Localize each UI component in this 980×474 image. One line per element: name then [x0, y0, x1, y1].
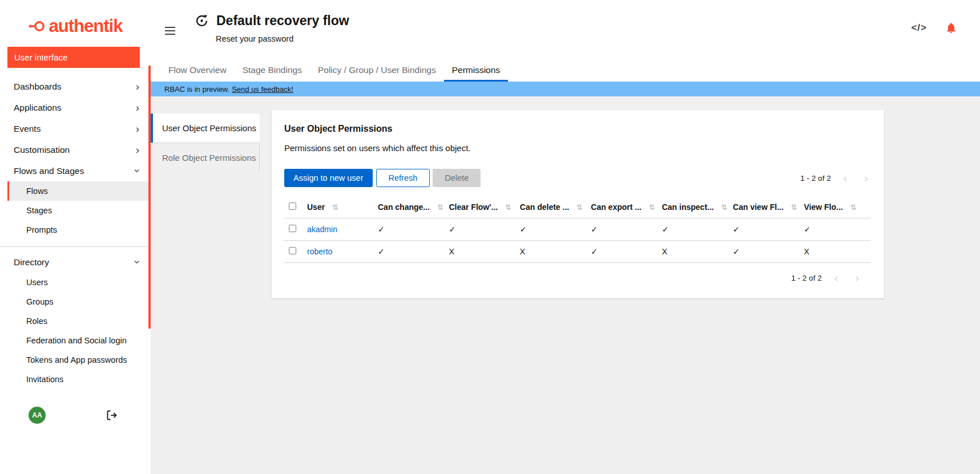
row-checkbox[interactable]	[289, 247, 296, 254]
permission-cell: ✓	[800, 218, 870, 241]
select-all-cell	[284, 196, 303, 218]
column-label: Clear Flow'...	[449, 202, 498, 212]
tab-flow-overview[interactable]: Flow Overview	[160, 59, 235, 82]
api-code-icon[interactable]: </>	[911, 22, 927, 34]
delete-button[interactable]: Delete	[433, 169, 481, 187]
sidebar-item-label: Federation and Social login	[26, 336, 127, 345]
user-link[interactable]: roberto	[307, 247, 332, 256]
sort-icon: ⇅	[332, 203, 338, 212]
column-header-view-flow[interactable]: View Flo... ⇅	[800, 196, 870, 218]
column-label: Can inspect...	[662, 202, 714, 212]
sort-icon: ⇅	[850, 203, 857, 212]
tab-stage-bindings[interactable]: Stage Bindings	[235, 59, 310, 82]
subnav-role-object-permissions[interactable]: Role Object Permissions	[151, 143, 260, 172]
sidebar: authentik User interface Dashboards › Ap…	[0, 0, 151, 474]
sort-icon: ⇅	[576, 203, 583, 212]
sidebar-item-user-interface[interactable]: User interface	[7, 47, 140, 68]
column-header-can-inspect[interactable]: Can inspect... ⇅	[658, 196, 728, 218]
user-object-permissions-card: User Object Permissions Permissions set …	[272, 110, 884, 298]
pagination-next-button[interactable]: ›	[862, 172, 870, 184]
pagination-prev-button[interactable]: ‹	[832, 272, 841, 283]
sidebar-item-label: Tokens and App passwords	[26, 355, 127, 364]
chevron-right-icon: ›	[136, 144, 139, 155]
column-header-can-delete[interactable]: Can delete ... ⇅	[515, 196, 586, 218]
sidebar-item-customisation[interactable]: Customisation ›	[0, 139, 151, 160]
sidebar-item-label: Applications	[14, 103, 62, 113]
authentik-logo[interactable]: authentik	[0, 0, 151, 47]
column-label: View Flo...	[804, 202, 843, 212]
tab-policy-group-user-bindings[interactable]: Policy / Group / User Bindings	[310, 59, 444, 82]
row-select-cell	[284, 241, 303, 263]
table-row: roberto ✓ X X ✓ X ✓ X	[284, 241, 870, 263]
permission-cell: X	[515, 241, 586, 263]
avatar[interactable]: AA	[29, 407, 46, 424]
authentik-logo-text: authentik	[49, 16, 123, 37]
banner-text: RBAC is in preview.	[164, 85, 229, 94]
sidebar-footer: AA	[0, 407, 151, 424]
sign-out-icon	[106, 410, 118, 421]
sidebar-item-prompts[interactable]: Prompts	[7, 220, 151, 240]
assign-to-new-user-button[interactable]: Assign to new user	[284, 169, 373, 187]
app-root: authentik User interface Dashboards › Ap…	[0, 0, 980, 474]
sidebar-item-flows[interactable]: Flows	[7, 181, 151, 201]
pagination-next-button[interactable]: ›	[853, 272, 861, 283]
user-link[interactable]: akadmin	[307, 225, 337, 234]
hamburger-menu-button[interactable]	[165, 25, 175, 37]
sidebar-item-events[interactable]: Events ›	[0, 118, 151, 139]
feedback-link[interactable]: Send us feedback!	[232, 85, 293, 94]
sidebar-item-tokens[interactable]: Tokens and App passwords	[7, 350, 151, 370]
permission-cell: ✓	[444, 218, 515, 241]
chevron-down-icon: ›	[132, 169, 143, 172]
column-label: Can export ...	[591, 202, 642, 212]
sort-icon: ⇅	[649, 203, 655, 212]
sidebar-item-flows-and-stages[interactable]: Flows and Stages ›	[0, 160, 151, 181]
chevron-right-icon: ›	[136, 123, 139, 134]
sidebar-item-label: Dashboards	[14, 82, 62, 92]
sidebar-item-groups[interactable]: Groups	[7, 292, 151, 311]
chevron-right-icon: ›	[136, 102, 139, 113]
tab-permissions[interactable]: Permissions	[444, 59, 508, 82]
page-subtitle: Reset your password	[216, 34, 349, 43]
sort-icon: ⇅	[437, 203, 443, 212]
nav-divider	[0, 246, 151, 247]
column-header-clear-flow[interactable]: Clear Flow'... ⇅	[444, 196, 515, 218]
chevron-right-icon: ›	[136, 81, 139, 92]
select-all-checkbox[interactable]	[289, 202, 296, 210]
sort-icon: ⇅	[505, 203, 511, 212]
notifications-button[interactable]	[945, 22, 957, 34]
rbac-preview-banner: RBAC is in preview. Send us feedback!	[151, 82, 980, 96]
column-header-user[interactable]: User ⇅	[303, 196, 373, 218]
authentik-logo-icon	[29, 20, 46, 33]
sidebar-item-invitations[interactable]: Invitations	[7, 370, 151, 389]
refresh-button[interactable]: Refresh	[376, 169, 430, 187]
chevron-down-icon: ›	[132, 260, 143, 264]
permissions-subnav: User Object Permissions Role Object Perm…	[151, 114, 260, 172]
subnav-user-object-permissions[interactable]: User Object Permissions	[151, 114, 260, 143]
logout-button[interactable]	[106, 410, 118, 421]
header-actions: </>	[911, 22, 957, 34]
column-label: User	[307, 202, 325, 212]
sidebar-item-roles[interactable]: Roles	[7, 311, 151, 331]
column-header-can-change[interactable]: Can change... ⇅	[373, 196, 444, 218]
card-title: User Object Permissions	[284, 124, 870, 134]
sidebar-item-label: Flows and Stages	[14, 166, 84, 176]
sidebar-item-stages[interactable]: Stages	[7, 201, 151, 220]
permission-cell: X	[444, 241, 515, 263]
permissions-table: User ⇅ Can change... ⇅ Clear Flow'... ⇅	[284, 196, 870, 263]
card-description: Permissions set on users which affect th…	[284, 143, 870, 153]
sidebar-item-users[interactable]: Users	[7, 273, 151, 292]
sidebar-item-applications[interactable]: Applications ›	[0, 97, 151, 118]
pagination-bottom: 1 - 2 of 2 ‹ ›	[284, 272, 870, 283]
page-header: Default recovery flow Reset your passwor…	[151, 0, 980, 59]
permission-cell: X	[800, 241, 870, 263]
permission-cell: ✓	[515, 218, 586, 241]
sidebar-item-directory[interactable]: Directory ›	[0, 252, 151, 273]
column-header-can-export[interactable]: Can export ... ⇅	[586, 196, 657, 218]
pagination-prev-button[interactable]: ‹	[841, 172, 850, 184]
sidebar-item-label: Flows	[26, 187, 48, 196]
column-label: Can change...	[378, 202, 430, 212]
row-checkbox[interactable]	[289, 225, 296, 232]
column-header-can-view[interactable]: Can view Fl... ⇅	[728, 196, 799, 218]
sidebar-item-dashboards[interactable]: Dashboards ›	[0, 76, 151, 97]
sidebar-item-federation[interactable]: Federation and Social login	[7, 331, 151, 350]
